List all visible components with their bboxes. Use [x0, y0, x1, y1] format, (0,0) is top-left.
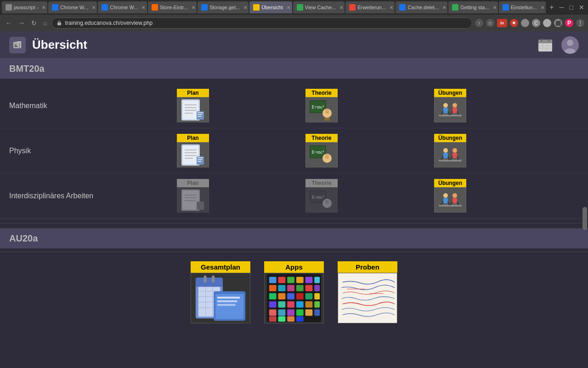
mathematik-plan-image	[177, 97, 209, 122]
au-apps-image	[264, 273, 324, 323]
tab-5-close[interactable]: ✕	[243, 5, 247, 10]
tab-11-close[interactable]: ✕	[541, 5, 544, 10]
interdisziplinares-ubungen-item[interactable]: Übungen	[434, 179, 466, 213]
tab-11[interactable]: Einstellun... ✕	[499, 1, 546, 13]
url-bar[interactable]: training.educanova.ch/overview.php	[51, 17, 472, 29]
svg-rect-101	[269, 277, 277, 283]
au-divider	[0, 248, 588, 252]
au-apps-item[interactable]: Apps	[264, 261, 324, 323]
subject-items-physik: Plan	[129, 134, 588, 167]
nav-ext1-icon[interactable]: ✱	[510, 19, 518, 27]
physik-plan-image	[177, 142, 209, 167]
svg-rect-46	[198, 157, 203, 158]
subject-row-mathematik: Mathematik Plan	[0, 83, 588, 128]
svg-rect-128	[296, 310, 304, 316]
svg-rect-36	[452, 108, 457, 113]
tab-3-close[interactable]: ✕	[141, 5, 145, 10]
nav-star-icon[interactable]: ☆	[486, 19, 494, 27]
svg-rect-122	[296, 301, 304, 308]
physik-plan-item[interactable]: Plan	[177, 134, 209, 167]
interdisziplinares-plan-label: Plan	[177, 179, 209, 187]
tab-4[interactable]: Store-Eintr... ✕	[148, 1, 197, 13]
scrollbar[interactable]	[582, 207, 587, 230]
tab-6-close[interactable]: ✕	[287, 5, 290, 10]
nav-ext3-icon[interactable]: C	[532, 19, 540, 27]
physik-theorie-item[interactable]: Theorie E=mc²	[305, 134, 338, 167]
subject-row-physik: Physik Plan	[0, 128, 588, 173]
tab-9[interactable]: Cache.delet... ✕	[396, 1, 447, 13]
tab-5-label: Storage.get...	[209, 5, 240, 10]
svg-rect-117	[305, 293, 313, 299]
nav-ext2-icon[interactable]	[521, 19, 529, 27]
tab-11-favicon	[503, 4, 509, 11]
tab-2-close[interactable]: ✕	[92, 5, 96, 10]
tab-7-label: View Cache...	[305, 5, 336, 10]
browser-chrome: javascript - ✕ Chrome W... ✕ Chrome W...…	[0, 0, 588, 31]
tab-5[interactable]: Storage.get... ✕	[198, 1, 249, 13]
subject-row-interdisziplinares: Interdisziplinäres Arbeiten Plan	[0, 173, 588, 218]
svg-rect-130	[314, 310, 320, 316]
svg-rect-126	[278, 310, 286, 316]
tab-2-label: Chrome W...	[60, 5, 88, 10]
tab-10[interactable]: Getting sta... ✕	[448, 1, 498, 13]
tab-2[interactable]: Chrome W... ✕	[48, 1, 97, 13]
forward-button[interactable]: →	[17, 18, 27, 28]
tab-1-close[interactable]: ✕	[42, 5, 45, 10]
back-button[interactable]: ←	[4, 18, 14, 28]
user-avatar[interactable]	[561, 36, 579, 54]
tab-7[interactable]: View Cache... ✕	[293, 1, 345, 13]
tab-4-label: Store-Eintr...	[160, 5, 188, 10]
physik-ubungen-item[interactable]: Übungen	[434, 134, 466, 167]
tab-9-close[interactable]: ✕	[442, 5, 446, 10]
linkedin-icon[interactable]: in	[497, 19, 507, 27]
nav-share-icon[interactable]: ↑	[475, 19, 483, 27]
nav-icons: ↑ ☆ in ✱ C ⬛ P ⋮	[475, 19, 584, 27]
nav-menu-icon[interactable]: ⋮	[576, 19, 584, 27]
home-button[interactable]: ⌂	[41, 18, 49, 28]
refresh-button[interactable]: ↻	[29, 18, 39, 28]
tab-bar: javascript - ✕ Chrome W... ✕ Chrome W...…	[0, 0, 588, 15]
tab-7-close[interactable]: ✕	[339, 5, 343, 10]
tab-10-close[interactable]: ✕	[493, 5, 497, 10]
svg-rect-105	[305, 277, 313, 283]
tab-1[interactable]: javascript - ✕	[2, 1, 47, 13]
tab-3[interactable]: Chrome W... ✕	[98, 1, 147, 13]
tab-8-close[interactable]: ✕	[390, 5, 393, 10]
mathematik-ubungen-image	[434, 97, 466, 122]
svg-rect-124	[314, 301, 320, 308]
svg-rect-14	[183, 101, 198, 119]
svg-rect-88	[212, 276, 215, 283]
tab-4-close[interactable]: ✕	[192, 5, 195, 10]
svg-text:E=mc²: E=mc²	[312, 195, 324, 200]
interdisziplinares-plan-item[interactable]: Plan	[177, 179, 209, 213]
tab-8[interactable]: Erweiterun... ✕	[345, 1, 395, 13]
subject-name-interdisziplinares: Interdisziplinäres Arbeiten	[0, 192, 129, 200]
nav-user-icon[interactable]: P	[565, 19, 573, 27]
nav-ext4-icon[interactable]	[543, 19, 551, 27]
mathematik-plan-cell: Plan	[129, 89, 257, 122]
calendar-button[interactable]	[537, 36, 554, 54]
plan2-icon-svg	[179, 144, 207, 167]
au-proben-item[interactable]: Proben	[338, 261, 397, 323]
svg-rect-54	[325, 154, 329, 157]
nav-ext5-icon[interactable]: ⬛	[554, 19, 562, 27]
new-tab-button[interactable]: +	[547, 3, 556, 12]
svg-rect-98	[217, 300, 237, 302]
au-proben-label: Proben	[338, 261, 397, 273]
interdisziplinares-theorie-item[interactable]: Theorie E=mc²	[305, 179, 338, 213]
restore-button[interactable]: □	[568, 3, 575, 12]
mathematik-plan-item[interactable]: Plan	[177, 89, 209, 122]
svg-rect-125	[269, 310, 277, 316]
mathematik-theorie-item[interactable]: Theorie E=mc²	[305, 89, 338, 122]
svg-text:E=mc²: E=mc²	[312, 104, 324, 109]
svg-rect-29	[325, 109, 329, 112]
svg-rect-127	[287, 310, 294, 316]
svg-line-78	[441, 201, 443, 205]
mathematik-ubungen-item[interactable]: Übungen	[434, 89, 466, 122]
tab-5-favicon	[201, 4, 208, 11]
close-window-button[interactable]: ✕	[577, 3, 586, 12]
au-gesamtplan-item[interactable]: Gesamtplan	[191, 261, 250, 323]
svg-rect-131	[269, 316, 277, 322]
minimize-button[interactable]: ─	[558, 3, 566, 12]
tab-6-active[interactable]: Übersicht ✕	[249, 1, 292, 13]
